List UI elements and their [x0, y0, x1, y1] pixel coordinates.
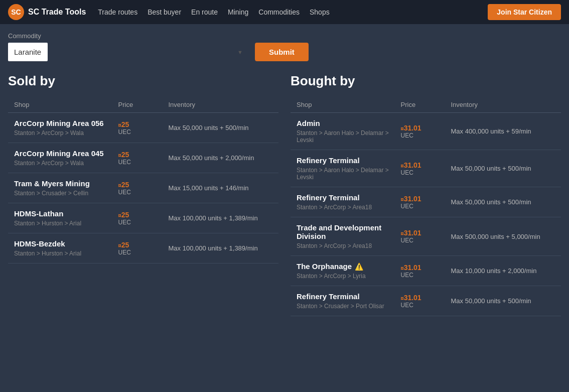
app-title: SC Trade Tools	[28, 8, 86, 17]
price-cell: ¤31.01 UEC	[401, 223, 451, 249]
price-cell: ¤31.01 UEC	[401, 292, 451, 310]
shop-location: Stanton > ArcCorp > Wala	[14, 160, 118, 167]
shop-name: ArcCorp Mining Area 045	[14, 149, 118, 158]
price-value: ¤31.01	[401, 195, 451, 203]
inventory-cell: Max 400,000 units + 59/min	[451, 119, 555, 144]
commodity-label: Commodity	[8, 32, 561, 40]
bought-by-section: Bought by Shop Price Inventory Admin Sta…	[291, 73, 561, 316]
price-cell: ¤25 UEC	[118, 179, 169, 197]
inventory-cell: Max 100,000 units + 1,389/min	[169, 239, 273, 257]
table-row: The Orphanage⚠️ Stanton > ArcCorp > Lyri…	[291, 256, 561, 286]
sold-by-section: Sold by Shop Price Inventory ArcCorp Min…	[8, 73, 278, 316]
main-content: Commodity Laranite Submit Sold by Shop P…	[0, 24, 569, 324]
price-unit: UEC	[401, 132, 451, 139]
commodity-select[interactable]: Laranite	[8, 43, 48, 61]
shop-info: Refinery Terminal Stanton > Crusader > P…	[297, 292, 401, 310]
submit-button[interactable]: Submit	[255, 43, 309, 61]
shop-location: Stanton > Hurston > Arial	[14, 250, 118, 257]
price-unit: UEC	[118, 159, 169, 166]
shop-location: Stanton > ArcCorp > Area18	[297, 242, 401, 249]
shop-info: Trade and Development Division Stanton >…	[297, 223, 401, 249]
price-cell: ¤31.01 UEC	[401, 156, 451, 181]
sold-shop-header: Shop	[14, 101, 118, 108]
sold-inventory-header: Inventory	[169, 101, 273, 108]
shop-name: HDMS-Lathan	[14, 209, 118, 218]
nav-links: Trade routes Best buyer En route Mining …	[98, 8, 488, 16]
sold-by-header: Shop Price Inventory	[8, 97, 278, 113]
shop-info: Admin Stanton > Aaron Halo > Delamar > L…	[297, 119, 401, 144]
shop-info: ArcCorp Mining Area 056 Stanton > ArcCor…	[14, 119, 118, 137]
price-unit: UEC	[401, 237, 451, 244]
table-row: Refinery Terminal Stanton > Aaron Halo >…	[291, 150, 561, 187]
shop-name: HDMS-Bezdek	[14, 239, 118, 248]
price-value: ¤31.01	[401, 229, 451, 237]
shop-location: Stanton > Crusader > Port Olisar	[297, 303, 401, 310]
price-unit: UEC	[401, 302, 451, 309]
header: SC SC Trade Tools Trade routes Best buye…	[0, 0, 569, 24]
table-row: ArcCorp Mining Area 045 Stanton > ArcCor…	[8, 143, 278, 173]
nav-trade-routes[interactable]: Trade routes	[98, 8, 137, 16]
price-cell: ¤31.01 UEC	[401, 262, 451, 280]
nav-shops[interactable]: Shops	[310, 8, 330, 16]
bought-by-header: Shop Price Inventory	[291, 97, 561, 113]
nav-best-buyer[interactable]: Best buyer	[148, 8, 181, 16]
table-row: HDMS-Bezdek Stanton > Hurston > Arial ¤2…	[8, 233, 278, 264]
price-cell: ¤31.01 UEC	[401, 193, 451, 211]
inventory-cell: Max 100,000 units + 1,389/min	[169, 209, 273, 227]
price-cell: ¤25 UEC	[118, 209, 169, 227]
price-unit: UEC	[118, 128, 169, 136]
shop-info: HDMS-Bezdek Stanton > Hurston > Arial	[14, 239, 118, 257]
price-value: ¤25	[118, 241, 169, 249]
sold-by-rows: ArcCorp Mining Area 056 Stanton > ArcCor…	[8, 113, 278, 264]
shop-name: Tram & Myers Mining	[14, 179, 118, 188]
price-value: ¤31.01	[401, 124, 451, 132]
tables-area: Sold by Shop Price Inventory ArcCorp Min…	[8, 73, 561, 316]
price-value: ¤25	[118, 211, 169, 219]
shop-name: Refinery Terminal	[297, 193, 401, 202]
bought-inventory-header: Inventory	[451, 101, 555, 108]
table-row: ArcCorp Mining Area 056 Stanton > ArcCor…	[8, 113, 278, 143]
table-row: Trade and Development Division Stanton >…	[291, 217, 561, 256]
shop-location: Stanton > Hurston > Arial	[14, 220, 118, 227]
price-unit: UEC	[118, 219, 169, 226]
table-row: Refinery Terminal Stanton > Crusader > P…	[291, 286, 561, 316]
price-unit: UEC	[401, 272, 451, 279]
table-row: Admin Stanton > Aaron Halo > Delamar > L…	[291, 113, 561, 150]
bought-shop-header: Shop	[297, 101, 401, 108]
nav-mining[interactable]: Mining	[228, 8, 248, 16]
price-unit: UEC	[118, 189, 169, 196]
nav-commodities[interactable]: Commodities	[258, 8, 300, 16]
shop-info: ArcCorp Mining Area 045 Stanton > ArcCor…	[14, 149, 118, 167]
price-cell: ¤25 UEC	[118, 119, 169, 137]
price-value: ¤31.01	[401, 161, 451, 169]
nav-en-route[interactable]: En route	[191, 8, 218, 16]
inventory-cell: Max 500,000 units + 5,000/min	[451, 223, 555, 249]
price-value: ¤25	[118, 181, 169, 189]
logo-icon: SC	[8, 4, 24, 20]
shop-name: The Orphanage⚠️	[297, 262, 401, 271]
price-cell: ¤25 UEC	[118, 149, 169, 167]
price-unit: UEC	[401, 203, 451, 210]
price-value: ¤25	[118, 151, 169, 159]
join-star-citizen-button[interactable]: Join Star Citizen	[488, 4, 561, 20]
warning-icon: ⚠️	[355, 263, 363, 271]
price-cell: ¤31.01 UEC	[401, 119, 451, 144]
bought-by-rows: Admin Stanton > Aaron Halo > Delamar > L…	[291, 113, 561, 316]
bought-price-header: Price	[401, 101, 451, 108]
shop-name: ArcCorp Mining Area 056	[14, 119, 118, 127]
shop-info: HDMS-Lathan Stanton > Hurston > Arial	[14, 209, 118, 227]
shop-location: Stanton > Aaron Halo > Delamar > Levski	[297, 167, 401, 181]
price-unit: UEC	[118, 249, 169, 256]
shop-info: The Orphanage⚠️ Stanton > ArcCorp > Lyri…	[297, 262, 401, 280]
price-value: ¤31.01	[401, 294, 451, 302]
logo-area: SC SC Trade Tools	[8, 4, 86, 20]
table-row: HDMS-Lathan Stanton > Hurston > Arial ¤2…	[8, 203, 278, 233]
inventory-cell: Max 50,000 units + 2,000/min	[169, 149, 273, 167]
bought-by-title: Bought by	[291, 73, 561, 89]
table-row: Tram & Myers Mining Stanton > Crusader >…	[8, 173, 278, 203]
inventory-cell: Max 50,000 units + 500/min	[451, 193, 555, 211]
shop-info: Refinery Terminal Stanton > Aaron Halo >…	[297, 156, 401, 181]
sold-price-header: Price	[118, 101, 169, 108]
price-cell: ¤25 UEC	[118, 239, 169, 257]
shop-name: Admin	[297, 119, 401, 127]
